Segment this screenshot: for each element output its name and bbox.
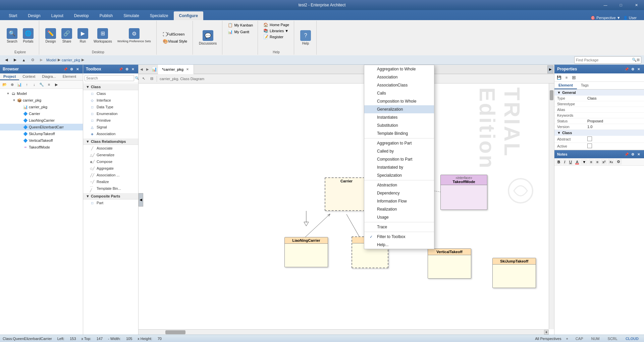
diagram-scrollbar-v[interactable] bbox=[549, 83, 554, 329]
notes-color-button[interactable]: A bbox=[574, 159, 580, 165]
notes-color-arrow-button[interactable]: ▼ bbox=[581, 159, 588, 165]
discussions-button[interactable]: 💬 Discussions bbox=[197, 30, 219, 46]
notes-superscript-button[interactable]: x² bbox=[601, 159, 607, 165]
ctx-generalization[interactable]: Generalization bbox=[364, 105, 434, 113]
toolbox-associate-item[interactable]: ╱ Associate bbox=[83, 145, 138, 152]
toolbox-enum-item[interactable]: □ Enumeration bbox=[83, 110, 138, 117]
notes-italic-button[interactable]: I bbox=[562, 159, 567, 165]
find-package-search-icon[interactable]: 🔍 bbox=[632, 58, 637, 62]
browser-up-button[interactable]: ↑ bbox=[23, 81, 30, 88]
notes-bold-button[interactable]: B bbox=[556, 159, 562, 165]
scrollbar-thumb-h[interactable] bbox=[165, 330, 185, 334]
relationships-section-header[interactable]: ▼ Class Relationships bbox=[83, 138, 138, 145]
skijump-class-element[interactable]: SkiJumpTakeoff bbox=[492, 258, 536, 288]
help-button[interactable]: ? Help bbox=[298, 30, 313, 46]
breadcrumb-carrier-pkg[interactable]: carrier_pkg bbox=[62, 58, 80, 62]
workspaces-button[interactable]: ⊞ Workspaces bbox=[92, 27, 114, 44]
tree-item-carrierpkg-1[interactable]: ▼ 📦 carrier_pkg bbox=[0, 97, 83, 104]
ctx-association[interactable]: Association bbox=[364, 73, 434, 81]
ctx-substitution[interactable]: Substitution bbox=[364, 121, 434, 129]
tree-item-vertical[interactable]: 🔷 VerticalTakeoff bbox=[0, 137, 83, 144]
nav-up-button[interactable]: ▲ bbox=[20, 56, 28, 64]
collapse-left-button[interactable]: ◀ bbox=[139, 193, 143, 207]
notes-pin-button[interactable]: 📌 bbox=[624, 152, 629, 157]
tree-item-skijump[interactable]: 🔷 SkiJumpTakeoff bbox=[0, 130, 83, 137]
ctx-specialization[interactable]: Specialization bbox=[364, 171, 434, 179]
notes-options-button[interactable]: ⚙ bbox=[630, 152, 635, 157]
share-button[interactable]: 🔗 Share bbox=[59, 27, 74, 44]
toolbox-interface-item[interactable]: ◇ Interface bbox=[83, 97, 138, 104]
ctx-info-flow[interactable]: Information Flow bbox=[364, 197, 434, 205]
ctx-aggregation-whole[interactable]: Aggregation to Whole bbox=[364, 65, 434, 73]
browser-options-button[interactable]: ⚙ bbox=[69, 66, 74, 72]
ctx-comp-part[interactable]: Composition to Part bbox=[364, 155, 434, 163]
takeoffmode-interface-element[interactable]: «interface» TakeoffMode bbox=[440, 175, 487, 210]
diagram-tab-nav-right[interactable]: ▶ bbox=[145, 65, 151, 74]
browser-open-button[interactable]: 📂 bbox=[1, 81, 8, 88]
model-expander[interactable]: ▼ bbox=[6, 92, 10, 96]
run-button[interactable]: ▶ Run bbox=[75, 27, 90, 44]
vertical-class-element[interactable]: VerticalTakeoff bbox=[428, 248, 471, 279]
notes-text-area[interactable] bbox=[554, 166, 644, 335]
browser-diag-button[interactable]: 📊 bbox=[16, 81, 23, 88]
browser-new-button[interactable]: ⊕ bbox=[9, 81, 15, 88]
ctx-assoc-class[interactable]: AssociationClass bbox=[364, 81, 434, 89]
ctx-instantiates[interactable]: Instantiates bbox=[364, 113, 434, 121]
toolbox-class-item[interactable]: □ Class bbox=[83, 90, 138, 97]
prop-tab-element[interactable]: Element bbox=[554, 82, 577, 89]
collapse-right-button[interactable]: ▶ bbox=[547, 65, 553, 73]
find-package-input[interactable] bbox=[576, 58, 632, 62]
toolbox-pin-button[interactable]: 📌 bbox=[118, 66, 123, 72]
browser-close-button[interactable]: ✕ bbox=[75, 66, 80, 72]
browser-tab-project[interactable]: Project bbox=[0, 73, 19, 80]
diagram-tab-close-button[interactable]: ✕ bbox=[185, 67, 190, 71]
ribbon-tab-publish[interactable]: Publish bbox=[94, 11, 118, 20]
working-prefs-button[interactable]: ⚙ Working Preference Sets bbox=[115, 27, 153, 44]
toolbox-search-input[interactable] bbox=[85, 75, 134, 81]
minimize-button[interactable]: — bbox=[598, 0, 613, 10]
nav-home-button[interactable]: ⊙ bbox=[29, 56, 36, 64]
visual-style-button[interactable]: 🎨 Visual Style bbox=[161, 38, 189, 45]
ribbon-tab-simulate[interactable]: Simulate bbox=[118, 11, 145, 20]
fullscreen-button[interactable]: ⛶ FullScreen bbox=[161, 31, 189, 38]
notes-close-button[interactable]: ✕ bbox=[636, 152, 641, 157]
tree-item-queen[interactable]: 🔷 QueenElizerbardCarr bbox=[0, 124, 83, 130]
close-button[interactable]: ✕ bbox=[629, 0, 644, 10]
prop-active-checkbox[interactable] bbox=[587, 144, 592, 148]
diagram-scrollbar-h[interactable]: + bbox=[139, 329, 549, 335]
ctx-filter-toolbox[interactable]: ✓ Filter to Toolbox bbox=[364, 233, 434, 241]
browser-arrow-button[interactable]: ▶ bbox=[53, 81, 60, 88]
tree-item-liaoning[interactable]: 🔷 LiaoNingCarrier bbox=[0, 117, 83, 124]
toolbox-primitive-item[interactable]: □ Primitive bbox=[83, 117, 138, 124]
browser-down-button[interactable]: ↓ bbox=[31, 81, 38, 88]
props-save-button[interactable]: 💾 bbox=[556, 74, 562, 81]
browser-tab-diagrams[interactable]: Diagra... bbox=[39, 73, 59, 80]
browser-pin-button[interactable]: 📌 bbox=[63, 66, 68, 72]
toolbox-association-item[interactable]: ◈ Association bbox=[83, 130, 138, 137]
toolbox-signal-item[interactable]: △ Signal bbox=[83, 124, 138, 130]
toolbox-options-button[interactable]: ⚙ bbox=[124, 66, 129, 72]
breadcrumb-model[interactable]: Model bbox=[46, 58, 56, 62]
ctx-dependency[interactable]: Dependency bbox=[364, 189, 434, 197]
register-button[interactable]: 📝 Register bbox=[262, 34, 285, 40]
toolbox-assoc-dots-item[interactable]: ╱╱ Association ... bbox=[83, 172, 138, 178]
portals-button[interactable]: 🌐 Portals bbox=[21, 27, 36, 44]
status-plus-button[interactable]: + bbox=[564, 336, 570, 341]
tree-item-carrierpkg-diag[interactable]: 📊 carrier_pkg bbox=[0, 104, 83, 110]
composite-section-header[interactable]: ▼ Composite Parts bbox=[83, 193, 138, 199]
search-button[interactable]: 🔍 Search bbox=[5, 27, 19, 44]
browser-props-button[interactable]: 🔧 bbox=[38, 81, 45, 88]
toolbox-datatype-item[interactable]: □ Data Type bbox=[83, 104, 138, 110]
toolbox-generalize-item[interactable]: △╱ Generalize bbox=[83, 152, 138, 158]
toolbox-realize-item[interactable]: ╌╱ Realize bbox=[83, 178, 138, 185]
libraries-button[interactable]: 📚 Libraries ▼ bbox=[262, 28, 290, 34]
nav-forward-button[interactable]: ▶ bbox=[11, 56, 19, 64]
ctx-trace[interactable]: Trace bbox=[364, 223, 434, 231]
scrollbar-corner[interactable]: + bbox=[544, 330, 549, 335]
toolbox-compose-item[interactable]: ◆╱ Compose bbox=[83, 158, 138, 165]
carrier-class-element[interactable]: Carrier bbox=[325, 177, 368, 211]
ctx-called-by[interactable]: Called by bbox=[364, 147, 434, 155]
ctx-calls[interactable]: Calls bbox=[364, 89, 434, 97]
diagram-tab-nav-left[interactable]: ◀ bbox=[139, 65, 145, 74]
toolbox-template-bin-item[interactable]: ⋯╱ Template Bin... bbox=[83, 185, 138, 192]
